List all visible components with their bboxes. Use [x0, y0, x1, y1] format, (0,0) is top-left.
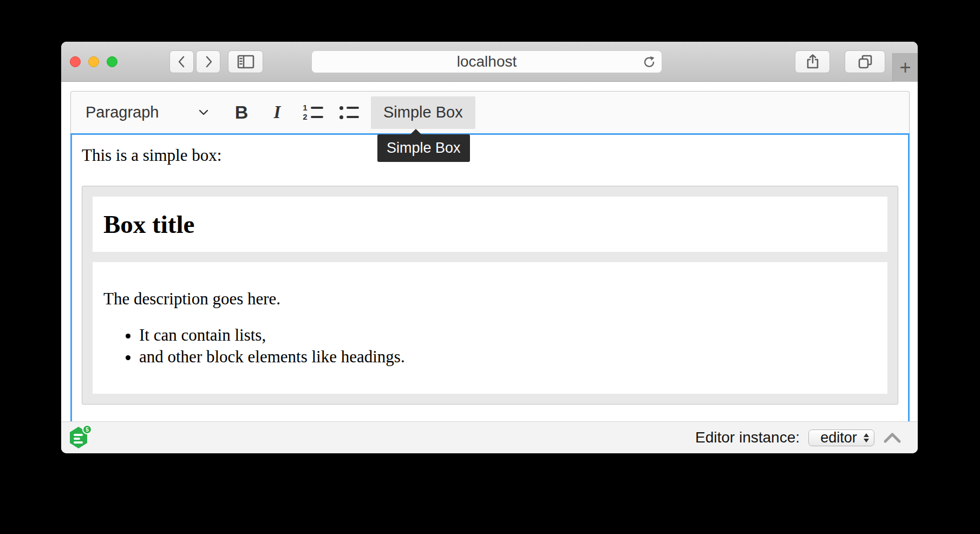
minimize-button[interactable] [88, 56, 99, 67]
select-arrows-icon [864, 433, 869, 442]
expand-inspector-button[interactable] [883, 431, 901, 444]
chevron-left-icon [175, 54, 188, 69]
description-list: It can contain lists, and other block el… [103, 324, 877, 368]
simple-box-description[interactable]: The description goes here. It can contai… [93, 262, 887, 394]
share-button[interactable] [795, 50, 830, 73]
plus-icon: + [899, 58, 911, 77]
bold-icon: B [235, 102, 249, 123]
tooltip-text: Simple Box [387, 140, 461, 157]
new-tab-button[interactable]: + [892, 53, 918, 82]
editor-editable-area[interactable]: This is a simple box: Box title The desc… [70, 133, 910, 421]
close-button[interactable] [70, 56, 81, 67]
simple-box-tooltip: Simple Box [377, 134, 470, 162]
numbered-list-button[interactable]: 1 2 [302, 97, 324, 128]
chevron-up-icon [885, 434, 899, 441]
desktop-background: localhost + [0, 0, 980, 534]
inspector-bar: 5 Editor instance: editor [61, 421, 918, 453]
italic-button[interactable]: I [266, 97, 289, 128]
window-controls [70, 56, 117, 67]
editor-instance-select[interactable]: editor [808, 429, 874, 446]
inspector-controls: Editor instance: editor [695, 429, 901, 446]
tooltip-arrow [410, 129, 422, 135]
selected-instance: editor [820, 429, 863, 446]
tabs-icon [857, 54, 873, 70]
italic-icon: I [274, 102, 281, 122]
version-badge: 5 [82, 425, 92, 434]
paragraph-dropdown[interactable]: Paragraph [80, 96, 217, 129]
editor-instance-label: Editor instance: [695, 429, 800, 446]
sidebar-icon [237, 54, 255, 69]
tab-overview-button[interactable] [845, 50, 885, 73]
bulleted-list-button[interactable] [337, 97, 360, 128]
sidebar-toggle-button[interactable] [228, 50, 263, 73]
editor-toolbar: Paragraph B I 1 2 [70, 91, 910, 133]
browser-window: localhost + [61, 42, 918, 453]
page-content: Paragraph B I 1 2 [61, 82, 918, 421]
list-item[interactable]: and other block elements like headings. [139, 346, 877, 368]
numbered-list-icon: 1 2 [303, 106, 323, 119]
intro-paragraph[interactable]: This is a simple box: [82, 145, 898, 166]
paragraph-dropdown-label: Paragraph [86, 103, 159, 121]
forward-button[interactable] [196, 50, 220, 73]
description-paragraph[interactable]: The description goes here. [103, 288, 877, 309]
history-nav [169, 50, 220, 73]
reload-icon[interactable] [643, 56, 656, 69]
simple-box-button[interactable]: Simple Box [371, 96, 475, 129]
list-item[interactable]: It can contain lists, [139, 324, 877, 346]
ckeditor-logo: 5 [69, 426, 93, 450]
browser-toolbar: localhost + [61, 42, 918, 82]
simple-box-widget[interactable]: Box title The description goes here. It … [82, 186, 898, 405]
share-icon [805, 54, 820, 70]
address-bar[interactable]: localhost [311, 50, 662, 73]
chevron-right-icon [202, 54, 215, 69]
url-text: localhost [457, 53, 517, 70]
bulleted-list-icon [339, 106, 359, 119]
back-button[interactable] [169, 50, 194, 73]
zoom-button[interactable] [107, 56, 117, 67]
chevron-down-icon [198, 109, 210, 116]
simple-box-title[interactable]: Box title [93, 197, 887, 252]
bold-button[interactable]: B [230, 97, 253, 128]
